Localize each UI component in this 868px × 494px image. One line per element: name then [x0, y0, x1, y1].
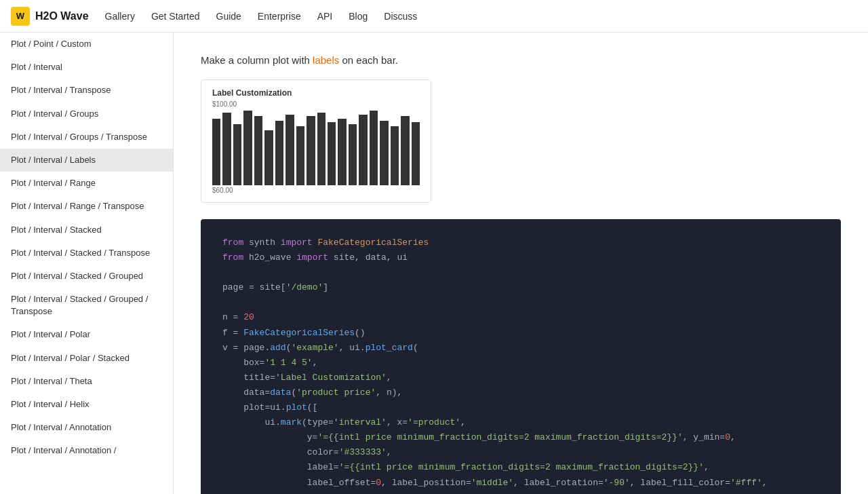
sidebar-item-13[interactable]: Plot / Interval / Polar / Stacked: [0, 347, 173, 370]
sidebar-item-6[interactable]: Plot / Interval / Range: [0, 172, 173, 195]
nav-discuss[interactable]: Discuss: [384, 11, 417, 22]
bar: [254, 116, 262, 185]
bar: [264, 130, 273, 185]
logo[interactable]: W H2O Wave: [11, 7, 89, 26]
bar: [359, 115, 367, 185]
intro-highlight: labels: [313, 54, 339, 66]
sidebar-item-4[interactable]: Plot / Interval / Groups / Transpose: [0, 126, 173, 149]
chart-bars: [212, 111, 420, 185]
bar: [328, 122, 336, 185]
bar: [212, 119, 220, 185]
sidebar-item-1[interactable]: Plot / Interval: [0, 56, 173, 79]
sidebar-item-11[interactable]: Plot / Interval / Stacked / Grouped / Tr…: [0, 288, 173, 323]
bar: [338, 119, 346, 185]
sidebar-item-3[interactable]: Plot / Interval / Groups: [0, 102, 173, 126]
sidebar-item-16[interactable]: Plot / Interval / Annotation: [0, 416, 173, 439]
nav-guide[interactable]: Guide: [216, 11, 241, 22]
bar: [307, 116, 315, 185]
code-block: from synth import FakeCategoricalSeries …: [201, 219, 841, 494]
bar: [222, 113, 231, 185]
chart-preview: Label Customization $100.00 $60.00: [201, 79, 431, 203]
chart-y-max: $100.00: [212, 100, 420, 108]
bar: [243, 111, 252, 185]
bar: [391, 126, 399, 185]
chart-y-min: $60.00: [212, 187, 420, 194]
logo-text: H2O Wave: [35, 10, 89, 22]
bar: [370, 111, 378, 185]
sidebar-item-7[interactable]: Plot / Interval / Range / Transpose: [0, 195, 173, 218]
nav-blog[interactable]: Blog: [349, 11, 368, 22]
bar: [401, 116, 409, 185]
logo-icon: W: [11, 7, 30, 26]
sidebar-item-15[interactable]: Plot / Interval / Helix: [0, 393, 173, 416]
sidebar-item-17[interactable]: Plot / Interval / Annotation /: [0, 439, 173, 462]
chart-title: Label Customization: [212, 88, 420, 98]
bar: [380, 121, 388, 185]
bar: [285, 115, 294, 185]
bar: [349, 124, 357, 185]
nav-api[interactable]: API: [317, 11, 333, 22]
sidebar-item-0[interactable]: Plot / Point / Custom: [0, 33, 173, 56]
sidebar-item-10[interactable]: Plot / Interval / Stacked / Grouped: [0, 265, 173, 288]
sidebar-item-2[interactable]: Plot / Interval / Transpose: [0, 79, 173, 102]
sidebar-item-12[interactable]: Plot / Interval / Polar: [0, 323, 173, 346]
nav-enterprise[interactable]: Enterprise: [258, 11, 301, 22]
bar: [317, 113, 326, 185]
bar: [275, 121, 283, 185]
sidebar-item-9[interactable]: Plot / Interval / Stacked / Transpose: [0, 242, 173, 265]
bar: [233, 124, 241, 185]
nav-get-started[interactable]: Get Started: [151, 11, 200, 22]
sidebar-item-5[interactable]: Plot / Interval / Labels: [0, 149, 173, 172]
sidebar-item-8[interactable]: Plot / Interval / Stacked: [0, 218, 173, 242]
intro-text: Make a column plot with labels on each b…: [201, 54, 841, 66]
nav-gallery[interactable]: Gallery: [105, 11, 135, 22]
sidebar: Plot / Point / Custom Plot / Interval Pl…: [0, 33, 174, 494]
sidebar-item-14[interactable]: Plot / Interval / Theta: [0, 370, 173, 393]
bar: [296, 126, 304, 185]
topnav: W H2O Wave Gallery Get Started Guide Ent…: [0, 0, 868, 33]
bar: [412, 122, 420, 185]
main-content: Make a column plot with labels on each b…: [174, 33, 868, 494]
main-layout: Plot / Point / Custom Plot / Interval Pl…: [0, 33, 868, 494]
